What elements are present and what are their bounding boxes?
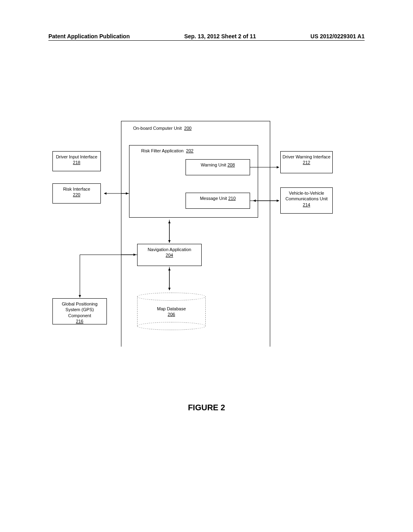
header-center: Sep. 13, 2012 Sheet 2 of 11: [184, 33, 256, 39]
page-header: Patent Application Publication Sep. 13, …: [48, 33, 365, 41]
header-left: Patent Application Publication: [48, 33, 130, 39]
figure-caption: FIGURE 2: [0, 403, 413, 412]
block-diagram: On-board Computer Unit 200 Risk Filter A…: [52, 121, 359, 347]
header-right: US 2012/0229301 A1: [311, 33, 365, 39]
connector-arrows: [52, 121, 359, 347]
